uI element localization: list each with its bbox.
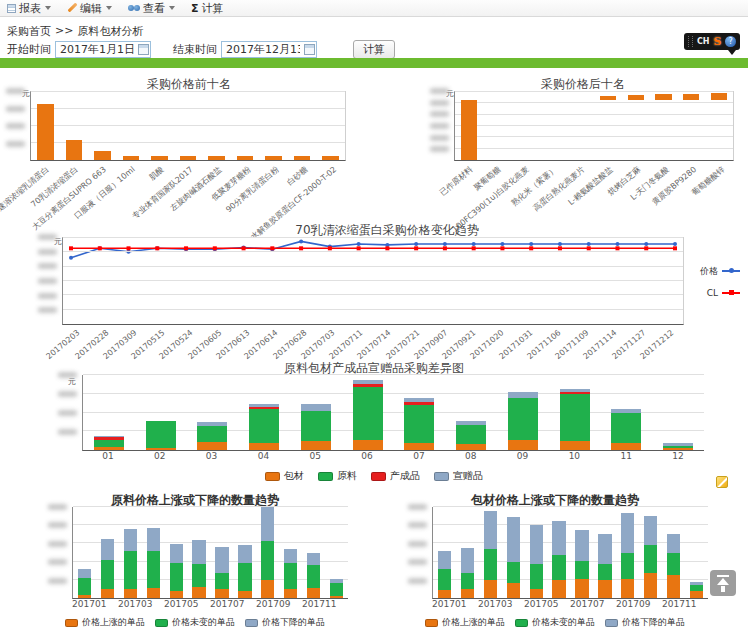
bar-葡萄糖酸锌 (711, 93, 727, 100)
legend-marker (722, 270, 740, 272)
y-axis-label-blurred (430, 123, 449, 129)
language-label[interactable]: CH (697, 37, 710, 46)
y-axis-label-blurred (408, 522, 427, 528)
y-axis-label-blurred (6, 141, 25, 147)
breadcrumb-current: 原料包材分析 (77, 24, 143, 39)
bar-segment (94, 440, 124, 448)
bar-slot (145, 92, 174, 160)
bar-segment (78, 595, 91, 598)
legend-item[interactable]: 价格未变的单品 (515, 616, 595, 629)
bar-segment (101, 589, 114, 598)
stacked-bar-201707 (575, 507, 588, 598)
bar-slot (316, 92, 345, 160)
help-icon[interactable]: ? (725, 36, 736, 47)
bar-segment (484, 580, 497, 598)
bar-slot (83, 375, 135, 450)
x-tick: 201711 (302, 599, 336, 612)
language-widget[interactable]: CH S ? (684, 33, 740, 50)
back-to-top-button[interactable] (710, 570, 736, 596)
bar-slot (279, 507, 302, 598)
calculate-button[interactable]: 计算 (353, 40, 395, 59)
bar-80速溶浓缩乳清蛋白 (37, 92, 54, 160)
x-tick (290, 599, 302, 612)
x-tick: 01 (82, 451, 134, 465)
legend-item[interactable]: 原料 (318, 469, 357, 483)
dashboard-page: 报表 编辑 查看 Σ 计算 采购首页 >> 原料包材分析 开始时间 结束时间 (0, 0, 748, 634)
calendar-icon[interactable] (138, 44, 149, 55)
bar-slot (433, 507, 456, 598)
menu-edit[interactable]: 编辑 (67, 1, 112, 16)
stacked-bar-02 (146, 375, 176, 450)
y-axis-label-blurred (430, 88, 449, 94)
y-axis-label-blurred (38, 293, 57, 299)
start-date-input[interactable] (55, 41, 151, 58)
legend-item[interactable]: CL (707, 288, 740, 298)
x-axis-labels: 201701201703201705201707201709201711 (72, 599, 362, 612)
x-tick: 201701 (432, 599, 466, 612)
menu-edit-label: 编辑 (80, 1, 102, 16)
y-axis-label-blurred (48, 504, 67, 510)
legend-item[interactable]: 价格 (700, 265, 740, 278)
bar-segment (552, 555, 565, 580)
legend: 价格上涨的单品价格未变的单品价格下降的单品 (28, 614, 362, 631)
menu-report[interactable]: 报表 (7, 1, 51, 16)
toolbar: 报表 编辑 查看 Σ 计算 (0, 0, 748, 17)
x-axis-labels: 010203040506070809101112 (82, 451, 720, 465)
legend-swatch (318, 472, 333, 481)
bar-slot (302, 507, 325, 598)
legend-label: 价格 (700, 265, 718, 278)
legend-label: 原料 (337, 469, 357, 483)
calendar-icon[interactable] (304, 44, 315, 55)
menu-calculate[interactable]: Σ 计算 (191, 1, 224, 16)
legend-item[interactable]: 产成品 (371, 469, 420, 483)
bar-segment (598, 534, 611, 564)
breadcrumb-home[interactable]: 采购首页 (7, 24, 51, 39)
x-tick-label: 05 (310, 451, 321, 461)
stacked-bar-10 (560, 375, 590, 450)
y-axis-label-blurred (6, 106, 25, 112)
x-tick: 04 (237, 451, 289, 465)
menu-view-label: 查看 (143, 1, 165, 16)
x-tick-label: 201701 (432, 599, 466, 609)
annotation-edit-icon[interactable] (716, 476, 728, 488)
legend-item[interactable]: 价格下降的单品 (245, 616, 325, 629)
bar-slot (117, 92, 146, 160)
plot-area (454, 91, 734, 161)
legend-label: 价格未变的单品 (172, 616, 235, 629)
bar-slot (566, 92, 594, 160)
menu-view[interactable]: 查看 (128, 1, 175, 16)
bars-layer (83, 375, 704, 450)
bar-slot (502, 507, 525, 598)
legend-swatch (605, 619, 618, 627)
bar (37, 104, 54, 160)
bar-segment (508, 440, 538, 451)
y-axis-label-blurred (48, 541, 67, 547)
end-date-input[interactable] (221, 41, 317, 58)
legend-label: 价格上涨的单品 (82, 616, 145, 629)
legend-item[interactable]: 价格上涨的单品 (425, 616, 505, 629)
plot-area (62, 237, 684, 325)
legend-item[interactable]: 宣赠品 (434, 469, 483, 483)
gridline (63, 294, 683, 295)
legend-item[interactable]: 价格下降的单品 (605, 616, 685, 629)
legend-item[interactable]: 价格未变的单品 (155, 616, 235, 629)
bar-segment (78, 578, 91, 595)
bar-slot (174, 92, 203, 160)
bar-70乳清浓缩蛋白 (66, 92, 83, 160)
legend-item[interactable]: 价格上涨的单品 (65, 616, 145, 629)
stacked-bar-201712 (330, 507, 343, 598)
bar-segment (530, 525, 543, 564)
x-tick (198, 599, 210, 612)
x-axis-labels: 2017020320170228201703092017051520170524… (62, 325, 684, 359)
bar-已作原材料 (461, 100, 477, 160)
x-tick (336, 599, 348, 612)
x-tick: 201705 (524, 599, 558, 612)
legend-item[interactable]: 包材 (265, 469, 304, 483)
x-tick-label: 06 (361, 451, 372, 461)
bar-segment (560, 394, 590, 441)
x-tick: 11 (600, 451, 652, 465)
bar-slot (525, 507, 548, 598)
x-tick: 201701 (72, 599, 106, 612)
bar-segment (663, 448, 693, 450)
chevron-down-icon (45, 6, 51, 10)
